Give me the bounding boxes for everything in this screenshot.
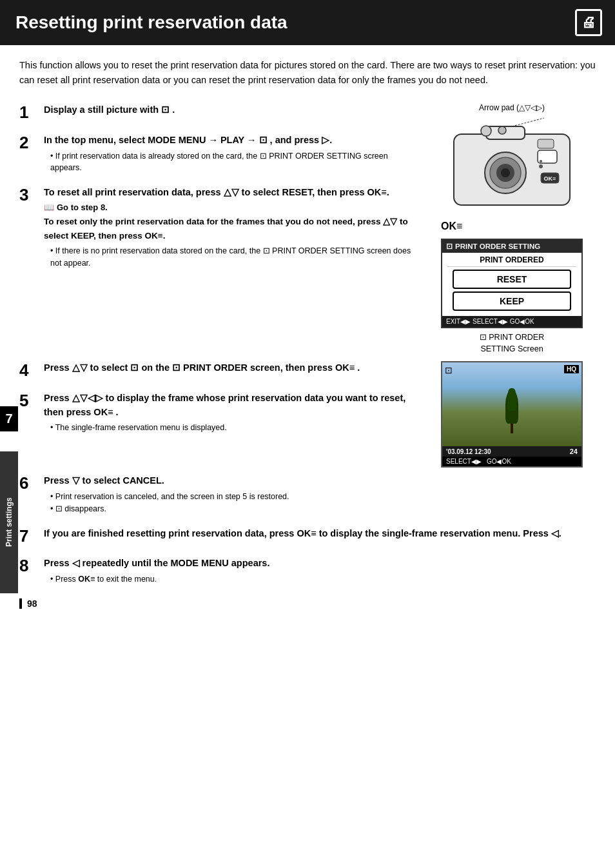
steps-lower: 6 Press ▽ to select CANCEL. Print reserv…	[19, 474, 596, 585]
step-5-title: Press △▽◁▷ to display the frame whose pr…	[44, 391, 415, 420]
step-6-title: Press ▽ to select CANCEL.	[44, 474, 596, 488]
step-3-note: If there is no print reservation data st…	[50, 245, 415, 270]
svg-point-8	[481, 126, 491, 136]
step-8-number: 8	[19, 557, 37, 575]
camera-svg: OK≡	[428, 115, 596, 218]
page-number: 98	[19, 598, 596, 609]
pos-screen-header: ⊡ PRINT ORDER SETTING	[442, 240, 581, 253]
svg-point-12	[539, 164, 543, 168]
step-5-content: Press △▽◁▷ to display the frame whose pr…	[44, 391, 415, 434]
pos-screen-footer: EXIT◀▶ SELECT◀▶ GO◀OK	[442, 316, 581, 327]
photo-timestamp: '03.09.12 12:30	[446, 448, 491, 455]
step-2-content: In the top menu, select MODE MENU → PLAY…	[44, 133, 415, 174]
two-col-lower: 4 Press △▽ to select ⊡ on the ⊡ PRINT OR…	[19, 361, 596, 468]
step-6-number: 6	[19, 474, 37, 493]
step-3-goto: 📖 Go to step 8.	[44, 202, 415, 212]
step-2-number: 2	[19, 133, 37, 152]
step-5: 5 Press △▽◁▷ to display the frame whose …	[19, 391, 415, 434]
step-6-note2: ⊡ disappears.	[50, 503, 596, 515]
chapter-number: 7	[0, 406, 18, 431]
pos-screen-body: PRINT ORDERED RESET KEEP	[442, 253, 581, 316]
svg-point-9	[498, 126, 506, 134]
step-6-note1: Print reservation is canceled, and the s…	[50, 491, 596, 503]
step-2-title: In the top menu, select MODE MENU → PLAY…	[44, 133, 415, 148]
step-4: 4 Press △▽ to select ⊡ on the ⊡ PRINT OR…	[19, 361, 415, 380]
photo-screen-col: ⊡ HQ '03.09.12 12:30 24 SELECT◀▶ GO◀OK	[428, 361, 596, 468]
chapter-sidebar-label: Print settings	[0, 451, 18, 593]
ok-label: OK≡	[428, 221, 596, 232]
step-5-note: The single-frame reservation menu is dis…	[50, 422, 415, 434]
step-7-content: If you are finished resetting print rese…	[44, 527, 596, 544]
intro-text: This function allows you to reset the pr…	[19, 58, 596, 88]
step-3-title-part2: To reset only the print reservation data…	[44, 215, 415, 242]
step-4-title: Press △▽ to select ⊡ on the ⊡ PRINT ORDE…	[44, 361, 415, 375]
svg-rect-7	[538, 139, 554, 148]
step-7-number: 7	[19, 527, 37, 546]
step-3: 3 To reset all print reservation data, p…	[19, 186, 415, 269]
step-1-title: Display a still picture with ⊡ .	[44, 103, 415, 117]
pos-keep-btn: KEEP	[453, 291, 571, 311]
photo-hq-badge: HQ	[564, 365, 579, 373]
arrow-pad-label: Arrow pad (△▽◁▷)	[428, 103, 596, 112]
step-1-content: Display a still picture with ⊡ .	[44, 103, 415, 120]
page-title: Resetting print reservation data	[15, 12, 288, 33]
step-4-number: 4	[19, 361, 37, 380]
svg-point-13	[540, 160, 542, 163]
step-7-title: If you are finished resetting print rese…	[44, 527, 596, 541]
photo-count: 24	[570, 448, 578, 455]
step-8-note: Press OK≡ to exit the menu.	[50, 573, 596, 586]
photo-go-control: GO◀OK	[487, 458, 511, 465]
step-3-title-part1: To reset all print reservation data, pre…	[44, 186, 415, 200]
svg-text:OK≡: OK≡	[544, 175, 556, 182]
step-8: 8 Press ◁ repeatedly until the MODE MENU…	[19, 557, 596, 586]
step-4-content: Press △▽ to select ⊡ on the ⊡ PRINT ORDE…	[44, 361, 415, 378]
step-2: 2 In the top menu, select MODE MENU → PL…	[19, 133, 415, 174]
photo-controls: SELECT◀▶ GO◀OK	[442, 457, 581, 466]
step-3-content: To reset all print reservation data, pre…	[44, 186, 415, 269]
step-5-number: 5	[19, 391, 37, 410]
pos-print-ordered: PRINT ORDERED	[447, 255, 576, 267]
steps-left-lower: 4 Press △▽ to select ⊡ on the ⊡ PRINT OR…	[19, 361, 415, 468]
step-6-content: Press ▽ to select CANCEL. Print reservat…	[44, 474, 596, 515]
photo-image: ⊡ HQ	[442, 362, 581, 446]
page-title-bar: Resetting print reservation data 🖨	[0, 0, 615, 45]
photo-screen: ⊡ HQ '03.09.12 12:30 24 SELECT◀▶ GO◀OK	[441, 361, 583, 468]
step-7: 7 If you are finished resetting print re…	[19, 527, 596, 546]
two-col-section: 1 Display a still picture with ⊡ . 2 In …	[19, 103, 596, 355]
main-content: This function allows you to reset the pr…	[0, 58, 615, 628]
step-8-content: Press ◁ repeatedly until the MODE MENU a…	[44, 557, 596, 586]
photo-footer-bar: '03.09.12 12:30 24	[442, 446, 581, 457]
page-title-icon: 🖨	[575, 9, 602, 36]
print-order-screen: ⊡ PRINT ORDER SETTING PRINT ORDERED RESE…	[441, 239, 583, 328]
steps-left: 1 Display a still picture with ⊡ . 2 In …	[19, 103, 415, 355]
pos-screen-label: ⊡ PRINT ORDERSETTING Screen	[428, 332, 596, 355]
photo-print-icon: ⊡	[445, 365, 453, 375]
photo-select-control: SELECT◀▶	[446, 458, 482, 465]
step-6: 6 Press ▽ to select CANCEL. Print reserv…	[19, 474, 596, 515]
pos-reset-btn: RESET	[453, 270, 571, 289]
right-col: Arrow pad (△▽◁▷)	[428, 103, 596, 355]
svg-point-5	[501, 168, 510, 177]
step-2-note: If print reservation data is already sto…	[50, 150, 415, 175]
step-3-number: 3	[19, 186, 37, 204]
svg-line-14	[512, 118, 544, 126]
step-1: 1 Display a still picture with ⊡ .	[19, 103, 415, 122]
step-1-number: 1	[19, 103, 37, 122]
step-8-title: Press ◁ repeatedly until the MODE MENU a…	[44, 557, 596, 571]
camera-area: Arrow pad (△▽◁▷)	[428, 103, 596, 232]
